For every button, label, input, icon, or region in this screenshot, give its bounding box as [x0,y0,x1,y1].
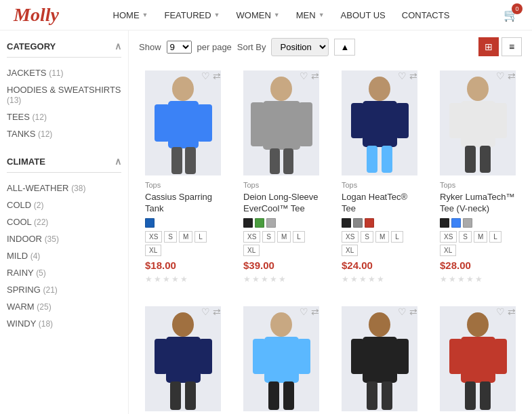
size-s-1[interactable]: S [164,231,177,243]
nav-about[interactable]: ABOUT US [333,10,394,20]
compare-button-8[interactable]: ⇄ [508,306,516,317]
per-page-select[interactable]: 9 18 36 [167,41,192,54]
wishlist-button-7[interactable]: ♡ [398,306,407,317]
size-m-1[interactable]: M [179,231,192,243]
nav-featured[interactable]: FEATURED ▼ [157,10,228,20]
swatch-1-blue[interactable] [145,218,155,228]
swatch-3-grey[interactable] [353,218,363,228]
wishlist-button-3[interactable]: ♡ [398,70,407,81]
size-xs-1[interactable]: XS [145,231,162,243]
sidebar-item-jackets[interactable]: JACKETS (11) [7,64,121,81]
size-l-2[interactable]: L [293,231,305,243]
size-l-3[interactable]: L [391,231,403,243]
size-options-3: XS S M L XL [342,231,417,256]
product-actions-6: ♡ ⇄ [300,306,319,317]
size-s-3[interactable]: S [361,231,373,243]
svg-rect-2 [155,104,169,142]
product-image-4[interactable] [440,70,516,175]
compare-button-2[interactable]: ⇄ [311,70,319,81]
category-toggle[interactable]: ∧ [115,41,121,51]
climate-toggle[interactable]: ∧ [115,156,121,167]
size-l-1[interactable]: L [195,231,207,243]
swatch-3-black[interactable] [342,218,351,228]
wishlist-button-2[interactable]: ♡ [300,70,308,81]
size-xs-3[interactable]: XS [342,231,359,243]
sidebar-item-mild[interactable]: MILD (4) [7,247,121,264]
swatch-4-grey[interactable] [463,218,472,228]
header-icons: 🛒 0 [504,7,518,22]
swatch-4-blue[interactable] [451,218,461,228]
nav-home[interactable]: HOME ▼ [105,10,157,20]
nav-women[interactable]: WOMEN ▼ [228,10,288,20]
swatch-3-red[interactable] [365,218,374,228]
compare-button-7[interactable]: ⇄ [409,306,417,317]
size-xl-2[interactable]: XL [243,245,260,256]
sidebar-item-indoor[interactable]: INDOOR (35) [7,230,121,247]
sidebar: CATEGORY ∧ JACKETS (11) HOODIES & SWEATS… [0,30,129,414]
product-image-6[interactable] [243,306,319,411]
nav-contacts[interactable]: CONTACTS [394,10,458,20]
svg-point-6 [270,77,292,101]
sidebar-item-tees[interactable]: TEES (12) [7,108,121,125]
size-xs-2[interactable]: XS [243,231,260,243]
nav-men[interactable]: MEN ▼ [288,10,333,20]
size-l-4[interactable]: L [489,231,502,243]
size-xl-4[interactable]: XL [440,245,456,256]
swatch-2-black[interactable] [243,218,253,228]
size-s-4[interactable]: S [459,231,472,243]
sort-direction-button[interactable]: ▲ [334,39,355,56]
swatch-4-black[interactable] [440,218,449,228]
size-xl-3[interactable]: XL [342,245,358,256]
sidebar-item-windy[interactable]: WINDY (18) [7,315,121,332]
svg-rect-32 [253,339,266,374]
wishlist-button-6[interactable]: ♡ [300,306,308,317]
grid-view-button[interactable]: ⊞ [478,37,499,56]
product-card-8: ♡ ⇄ [434,300,522,414]
wishlist-button-8[interactable]: ♡ [496,306,505,317]
size-m-3[interactable]: M [375,231,389,243]
product-image-2[interactable] [243,70,319,175]
svg-point-36 [369,312,390,337]
sort-select[interactable]: Position Name Price [271,38,329,56]
product-image-3[interactable] [342,70,417,175]
compare-button-4[interactable]: ⇄ [508,70,516,81]
product-image-7[interactable] [342,306,417,411]
sidebar-item-tanks[interactable]: TANKS (12) [7,125,121,142]
svg-rect-29 [185,381,196,410]
compare-button-5[interactable]: ⇄ [213,306,221,317]
sidebar-item-warm[interactable]: WARM (25) [7,298,121,315]
cart-button[interactable]: 🛒 0 [504,7,518,22]
sidebar-item-cold[interactable]: COLD (2) [7,196,121,213]
compare-button-6[interactable]: ⇄ [311,306,319,317]
list-view-button[interactable]: ≡ [502,37,522,56]
svg-rect-22 [465,146,476,173]
sidebar-item-all-weather[interactable]: ALL-WEATHER (38) [7,180,121,196]
wishlist-button-1[interactable]: ♡ [201,70,210,81]
size-xs-4[interactable]: XS [440,231,457,243]
cart-badge: 0 [512,3,523,14]
sidebar-item-rainy[interactable]: RAINY (5) [7,264,121,281]
svg-rect-44 [449,339,462,374]
size-m-4[interactable]: M [474,231,487,243]
size-m-2[interactable]: M [277,231,291,243]
size-options-1: XS S M L XL [145,231,221,256]
sidebar-item-hoodies[interactable]: HOODIES & SWEATSHIRTS (13) [7,81,121,108]
sidebar-item-spring[interactable]: SPRING (21) [7,281,121,298]
product-image-5[interactable] [145,306,221,411]
svg-point-42 [467,312,489,337]
size-s-2[interactable]: S [262,231,275,243]
product-image-1[interactable] [145,70,221,175]
svg-rect-46 [465,381,476,410]
wishlist-button-5[interactable]: ♡ [201,306,210,317]
product-image-8[interactable] [440,306,516,411]
sidebar-item-cool[interactable]: COOL (22) [7,213,121,230]
wishlist-button-4[interactable]: ♡ [496,70,505,81]
swatch-2-green[interactable] [255,218,264,228]
men-caret: ▼ [319,12,325,18]
logo[interactable]: Molly [14,4,59,26]
product-card-7: ♡ ⇄ [335,300,424,414]
swatch-2-grey[interactable] [266,218,276,228]
size-xl-1[interactable]: XL [145,245,161,256]
compare-button-1[interactable]: ⇄ [213,70,221,81]
compare-button-3[interactable]: ⇄ [409,70,417,81]
